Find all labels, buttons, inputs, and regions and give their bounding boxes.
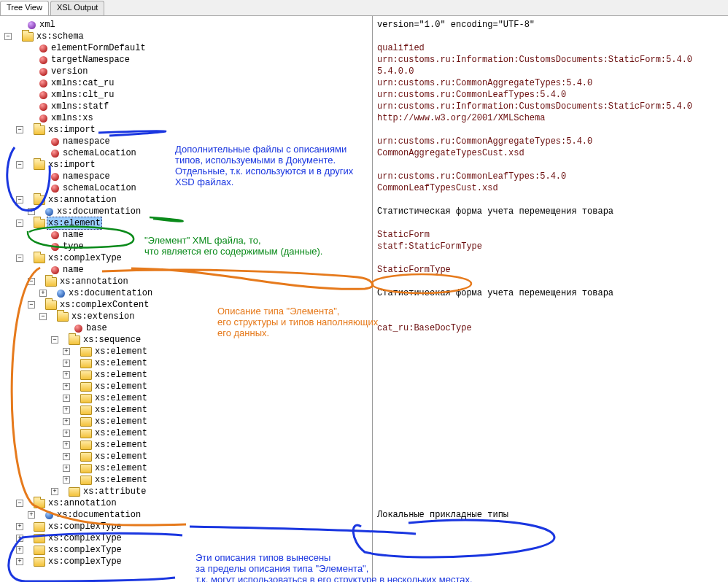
- value-row: Статистическая форма учета перемещения т…: [377, 287, 728, 299]
- tree-node-xs-element[interactable]: +xs:element: [4, 357, 372, 369]
- expander-minus-icon[interactable]: −: [16, 500, 23, 507]
- tree-node-complexType[interactable]: +xs:complexType: [4, 532, 372, 544]
- expander-minus-icon[interactable]: −: [16, 196, 23, 203]
- tree-node-xs-element[interactable]: +xs:element: [4, 451, 372, 462]
- tree-label: xs:schema: [35, 31, 85, 42]
- tree-label: xs:element: [93, 357, 149, 369]
- tree-node-attr[interactable]: xmlns:clt_ru: [4, 89, 372, 101]
- value-row: CommonAggregateTypesCust.xsd: [377, 147, 728, 159]
- expander-minus-icon[interactable]: −: [16, 161, 23, 168]
- xml-declaration-icon: [28, 21, 36, 29]
- expander-plus-icon[interactable]: +: [63, 360, 70, 367]
- expander-plus-icon[interactable]: +: [63, 476, 70, 484]
- expander-plus-icon[interactable]: +: [63, 383, 70, 390]
- expander-plus-icon[interactable]: +: [63, 371, 70, 379]
- tree-node-documentation[interactable]: +xs:documentation: [4, 509, 372, 521]
- tree-node-import[interactable]: −xs:import: [4, 159, 372, 171]
- tree-node-xs-element[interactable]: +xs:element: [4, 427, 372, 439]
- tree-node-attr[interactable]: schemaLocation: [4, 147, 372, 159]
- expander-minus-icon[interactable]: −: [28, 278, 35, 285]
- tree-node-documentation[interactable]: +xs:documentation: [4, 206, 372, 217]
- tree-node-xs-element[interactable]: +xs:element: [4, 439, 372, 451]
- expander-plus-icon[interactable]: +: [28, 511, 35, 519]
- expander-minus-icon[interactable]: −: [51, 336, 58, 344]
- tree-node-xs-element[interactable]: +xs:element: [4, 404, 372, 416]
- tree-node-complexContent[interactable]: −xs:complexContent: [4, 299, 372, 311]
- tree-node-xs-element[interactable]: +xs:element: [4, 381, 372, 392]
- tree-node-attr[interactable]: version: [4, 66, 372, 77]
- folder-icon: [45, 300, 57, 310]
- expander-minus-icon[interactable]: −: [16, 126, 23, 133]
- expander-plus-icon[interactable]: +: [63, 441, 70, 449]
- tree-node-xs-element[interactable]: +xs:element: [4, 369, 372, 381]
- expander-plus-icon[interactable]: +: [16, 558, 23, 565]
- expander-plus-icon[interactable]: +: [63, 418, 70, 425]
- expander-minus-icon[interactable]: −: [4, 33, 12, 40]
- folder-icon: [34, 219, 45, 228]
- tree-node-attr[interactable]: targetNamespace: [4, 54, 372, 66]
- tree-node-xml[interactable]: xml: [4, 19, 372, 31]
- expander-minus-icon[interactable]: −: [16, 220, 23, 227]
- tree-node-xs-element[interactable]: +xs:element: [4, 346, 372, 357]
- tree-label: xs:element: [93, 474, 149, 486]
- expander-plus-icon[interactable]: +: [63, 406, 70, 414]
- expander-plus-icon[interactable]: +: [63, 348, 70, 355]
- expander-plus-icon[interactable]: +: [16, 546, 23, 554]
- tree-node-attr[interactable]: name: [4, 264, 372, 276]
- tree-node-sequence[interactable]: −xs:sequence: [4, 334, 372, 346]
- folder-icon: [80, 441, 92, 450]
- expander-minus-icon[interactable]: −: [28, 301, 35, 309]
- tree-node-xs-attribute[interactable]: +xs:attribute: [4, 486, 372, 497]
- tree-node-complexType[interactable]: +xs:complexType: [4, 544, 372, 556]
- tree-node-attr[interactable]: base: [4, 322, 372, 334]
- attribute-icon: [74, 325, 82, 333]
- tree-node-attr[interactable]: name: [4, 229, 372, 241]
- tree-node-attr[interactable]: namespace: [4, 136, 372, 147]
- tree-node-xs-element[interactable]: +xs:element: [4, 462, 372, 474]
- tree-node-attr[interactable]: xmlns:cat_ru: [4, 77, 372, 89]
- tree-node-extension[interactable]: −xs:extension: [4, 311, 372, 322]
- value-row: 5.4.0.0: [377, 66, 728, 77]
- tab-xsl-output[interactable]: XSL Output: [50, 1, 104, 15]
- tree-node-attr[interactable]: xmlns:xs: [4, 112, 372, 124]
- expander-plus-icon[interactable]: +: [16, 523, 23, 530]
- tree-pane: xml − xs:schema elementFormDefault targe…: [0, 16, 372, 582]
- tree-node-attr[interactable]: type: [4, 241, 372, 252]
- expander-plus-icon[interactable]: +: [51, 488, 58, 495]
- tree-node-schema[interactable]: − xs:schema: [4, 31, 372, 42]
- tree-node-annotation[interactable]: −xs:annotation: [4, 276, 372, 287]
- tree-node-element[interactable]: −xs:element: [4, 217, 372, 229]
- tree-node-attr[interactable]: xmlns:statf: [4, 101, 372, 112]
- tree-label: targetNamespace: [50, 54, 131, 66]
- tree-node-complexType[interactable]: +xs:complexType: [4, 521, 372, 532]
- attribute-icon: [51, 138, 59, 146]
- expander-plus-icon[interactable]: +: [63, 395, 70, 402]
- attribute-icon: [51, 243, 59, 251]
- tree-node-complexType[interactable]: +xs:complexType: [4, 556, 372, 567]
- tree-label: xs:documentation: [55, 509, 142, 521]
- tree-node-annotation[interactable]: −xs:annotation: [4, 194, 372, 206]
- expander-plus-icon[interactable]: +: [63, 453, 70, 460]
- tree-node-import[interactable]: −xs:import: [4, 124, 372, 136]
- tree-node-attr[interactable]: elementFormDefault: [4, 42, 372, 54]
- expander-minus-icon[interactable]: −: [39, 313, 47, 320]
- tree-node-attr[interactable]: namespace: [4, 171, 372, 182]
- tree-label: xmlns:cat_ru: [50, 77, 115, 89]
- tree-node-documentation[interactable]: +xs:documentation: [4, 287, 372, 299]
- expander-plus-icon[interactable]: +: [39, 290, 47, 297]
- tree-node-attr[interactable]: schemaLocation: [4, 182, 372, 194]
- expander-plus-icon[interactable]: +: [63, 430, 70, 437]
- tree-node-complexType[interactable]: −xs:complexType: [4, 252, 372, 264]
- attribute-icon: [51, 185, 59, 193]
- expander-plus-icon[interactable]: +: [63, 465, 70, 472]
- tree-node-xs-element[interactable]: +xs:element: [4, 392, 372, 404]
- tree-label: xs:documentation: [67, 287, 154, 299]
- tree-node-xs-element[interactable]: +xs:element: [4, 416, 372, 427]
- value-row: http://www.w3.org/2001/XMLSchema: [377, 112, 728, 124]
- tree-node-annotation[interactable]: −xs:annotation: [4, 497, 372, 509]
- expander-plus-icon[interactable]: +: [28, 208, 35, 215]
- expander-minus-icon[interactable]: −: [16, 255, 23, 262]
- tab-tree-view[interactable]: Tree View: [0, 1, 49, 15]
- expander-plus-icon[interactable]: +: [16, 535, 23, 542]
- tree-node-xs-element[interactable]: +xs:element: [4, 474, 372, 486]
